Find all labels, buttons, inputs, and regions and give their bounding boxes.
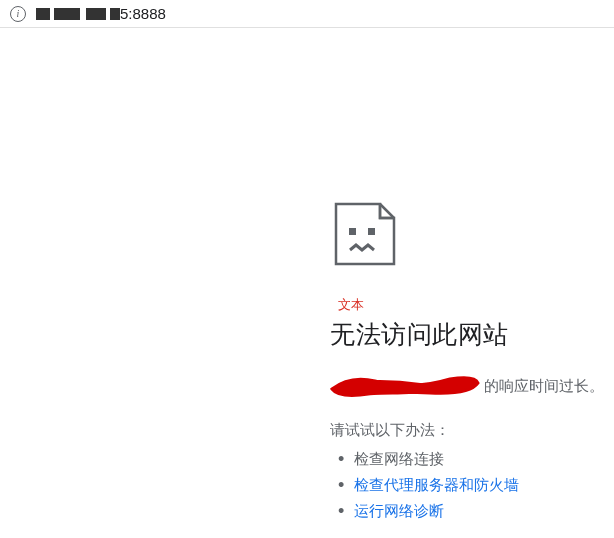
response-time-text: 的响应时间过长。 — [484, 377, 604, 396]
suggestion-check-network: 检查网络连接 — [354, 446, 614, 472]
suggestion-list: 检查网络连接 检查代理服务器和防火墙 运行网络诊断 — [330, 446, 614, 524]
suggestion-check-proxy-link[interactable]: 检查代理服务器和防火墙 — [354, 472, 614, 498]
text-label: 文本 — [338, 296, 614, 314]
sad-page-icon — [330, 198, 614, 270]
url-visible-part: 5:8888 — [120, 5, 166, 22]
redacted-segment — [86, 8, 106, 20]
url-text: 5:8888 — [36, 5, 166, 22]
try-suggestions-heading: 请试试以下办法： — [330, 421, 614, 440]
redacted-segment — [110, 8, 120, 20]
redaction-scribble — [330, 371, 480, 401]
error-title: 无法访问此网站 — [330, 318, 614, 351]
redacted-host-row: 的响应时间过长。 — [330, 371, 614, 401]
redacted-segment — [36, 8, 50, 20]
info-icon[interactable]: i — [10, 6, 26, 22]
suggestion-run-diagnostics-link[interactable]: 运行网络诊断 — [354, 498, 614, 524]
address-bar[interactable]: i 5:8888 — [0, 0, 614, 28]
svg-rect-0 — [349, 228, 356, 235]
error-page-content: 文本 无法访问此网站 的响应时间过长。 请试试以下办法： 检查网络连接 检查代理… — [0, 28, 614, 538]
svg-rect-1 — [368, 228, 375, 235]
redacted-segment — [54, 8, 80, 20]
